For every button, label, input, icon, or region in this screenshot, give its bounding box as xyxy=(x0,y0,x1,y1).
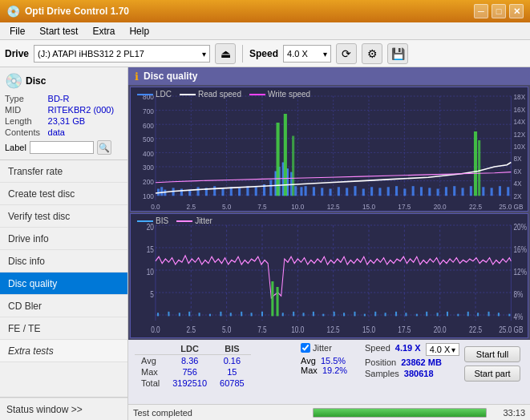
svg-rect-119 xyxy=(188,312,190,317)
total-ldc: 3192510 xyxy=(166,378,213,389)
drive-selector[interactable]: (J:) ATAPI iHBS312 2 PL17 xyxy=(34,45,210,63)
menu-start-test[interactable]: Start test xyxy=(33,24,84,38)
max-bis: 15 xyxy=(213,366,251,378)
speed-dropdown[interactable]: 4.0 X xyxy=(426,343,460,356)
avg-label: Avg xyxy=(135,355,166,367)
eject-button[interactable]: ⏏ xyxy=(215,43,236,64)
separator xyxy=(242,45,243,63)
start-full-button[interactable]: Start full xyxy=(464,346,520,362)
menu-file[interactable]: File xyxy=(3,24,31,38)
bottom-progress-fill xyxy=(314,409,487,417)
svg-rect-141 xyxy=(405,313,407,316)
table-row: Avg 8.36 0.16 xyxy=(135,355,251,367)
svg-rect-147 xyxy=(467,312,469,317)
jitter-avg-val: 15.5% xyxy=(321,356,346,365)
svg-text:20.0: 20.0 xyxy=(434,203,447,211)
sidebar-item-verify-test-disc[interactable]: Verify test disc xyxy=(0,205,127,228)
jitter-avg-row: Avg 15.5% xyxy=(301,356,365,365)
save-button[interactable]: 💾 xyxy=(387,43,408,64)
svg-text:18X: 18X xyxy=(513,93,525,101)
settings-button[interactable]: ⚙ xyxy=(362,43,382,64)
maximize-button[interactable]: □ xyxy=(492,4,506,18)
svg-rect-54 xyxy=(378,188,381,196)
total-bis: 60785 xyxy=(213,378,251,389)
speed-selector[interactable]: 4.0 X xyxy=(283,45,331,63)
disc-quality-icon: ℹ xyxy=(135,71,139,83)
jitter-checkbox[interactable] xyxy=(301,343,310,353)
svg-rect-67 xyxy=(470,186,472,196)
sidebar-item-cd-bler[interactable]: CD Bler xyxy=(0,295,127,317)
bis-legend-label: BIS xyxy=(156,216,168,225)
mid-value: RITEKBR2 (000) xyxy=(45,104,123,115)
sidebar-item-transfer-rate[interactable]: Transfer rate xyxy=(0,160,127,183)
read-speed-legend: Read speed xyxy=(180,90,241,99)
svg-rect-45 xyxy=(292,136,294,196)
bottom-progress-bar xyxy=(313,408,488,418)
bis-legend: BIS xyxy=(137,216,168,225)
sidebar-item-extra-tests[interactable]: Extra tests xyxy=(0,340,127,362)
table-row: Max 756 15 xyxy=(135,366,251,378)
svg-rect-124 xyxy=(241,312,242,317)
start-part-button[interactable]: Start part xyxy=(464,365,520,382)
svg-rect-25 xyxy=(197,187,200,196)
stats-table: LDC BIS Avg 8.36 0.16 Max 756 xyxy=(135,343,251,389)
speed-row-val: 4.19 X xyxy=(395,343,421,356)
svg-text:400: 400 xyxy=(143,150,154,158)
minimize-button[interactable]: ─ xyxy=(474,4,488,18)
sidebar-item-fe-te[interactable]: FE / TE xyxy=(0,317,127,340)
svg-text:5: 5 xyxy=(150,289,154,299)
bottom-time: 33:13 xyxy=(493,408,525,418)
sidebar-item-drive-info[interactable]: Drive info xyxy=(0,228,127,250)
svg-rect-68 xyxy=(482,187,484,196)
svg-rect-44 xyxy=(284,114,287,196)
svg-text:15: 15 xyxy=(147,244,155,254)
svg-rect-134 xyxy=(334,312,335,317)
ldc-header: LDC xyxy=(166,343,213,355)
svg-rect-146 xyxy=(457,314,459,317)
empty-header xyxy=(135,343,166,355)
svg-rect-149 xyxy=(488,312,490,317)
svg-rect-69 xyxy=(491,188,493,196)
sidebar-item-disc-info[interactable]: Disc info xyxy=(0,250,127,273)
svg-text:15.0: 15.0 xyxy=(362,325,375,335)
svg-rect-61 xyxy=(420,187,423,196)
svg-text:7.5: 7.5 xyxy=(257,325,267,335)
speed-info-section: Speed 4.19 X 4.0 X Position 23862 MB Sam… xyxy=(365,343,461,378)
content-area: ℹ Disc quality LDC Read speed xyxy=(128,67,530,420)
write-speed-legend-label: Write speed xyxy=(268,90,310,99)
svg-text:22.5: 22.5 xyxy=(469,325,482,335)
svg-text:4%: 4% xyxy=(513,311,523,321)
svg-rect-139 xyxy=(385,313,386,316)
svg-rect-150 xyxy=(498,313,500,316)
close-button[interactable]: ✕ xyxy=(509,4,524,18)
speed-dropdown-icon xyxy=(323,49,327,59)
sidebar-item-create-test-disc[interactable]: Create test disc xyxy=(0,183,127,205)
disc-label-input[interactable] xyxy=(30,141,94,154)
bis-header: BIS xyxy=(213,343,251,355)
bottom-status-text: Test completed xyxy=(133,408,306,418)
speed-row-label: Speed xyxy=(365,343,390,356)
jitter-label: Jitter xyxy=(313,343,332,353)
menu-extra[interactable]: Extra xyxy=(86,24,121,38)
svg-rect-65 xyxy=(453,186,455,196)
speed-value: 4.0 X xyxy=(287,49,308,59)
samples-label: Samples xyxy=(365,369,399,378)
svg-text:7.5: 7.5 xyxy=(257,203,267,211)
sidebar-bottom: Status window >> xyxy=(0,397,127,420)
svg-text:5.0: 5.0 xyxy=(222,203,232,211)
svg-text:0.0: 0.0 xyxy=(151,325,160,335)
contents-label: Contents xyxy=(5,127,45,138)
refresh-button[interactable]: ⟳ xyxy=(336,43,357,64)
svg-rect-62 xyxy=(428,188,431,196)
svg-rect-118 xyxy=(179,313,180,316)
menu-help[interactable]: Help xyxy=(123,24,156,38)
svg-rect-129 xyxy=(282,313,284,316)
sidebar-item-disc-quality[interactable]: Disc quality xyxy=(0,273,127,295)
disc-label-search-button[interactable]: 🔍 xyxy=(97,140,111,155)
svg-rect-50 xyxy=(346,188,348,196)
status-window-button[interactable]: Status window >> xyxy=(0,398,127,420)
drive-value: (J:) ATAPI iHBS312 2 PL17 xyxy=(38,49,144,59)
svg-rect-143 xyxy=(426,312,427,317)
avg-ldc: 8.36 xyxy=(166,355,213,367)
speed-dropdown-val: 4.0 X xyxy=(430,345,451,354)
